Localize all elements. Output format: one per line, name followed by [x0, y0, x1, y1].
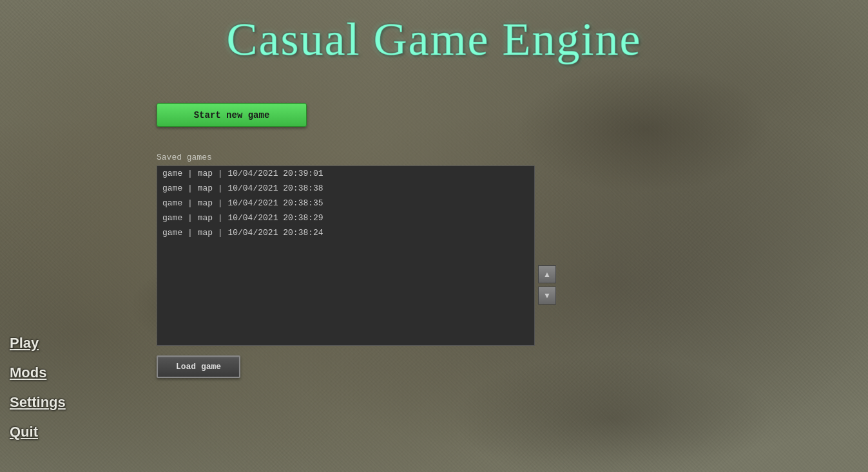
list-item[interactable]: game | map | 10/04/2021 20:39:01: [157, 166, 534, 181]
load-game-button[interactable]: Load game: [157, 355, 240, 378]
saved-games-section: Saved games game | map | 10/04/2021 20:3…: [157, 153, 556, 378]
scroll-up-icon: ▲: [543, 270, 551, 279]
scroll-down-icon: ▼: [543, 291, 551, 300]
saved-games-list[interactable]: game | map | 10/04/2021 20:39:01game | m…: [157, 165, 535, 346]
sidebar-item-mods[interactable]: Mods: [10, 364, 66, 381]
scroll-up-button[interactable]: ▲: [538, 265, 556, 283]
list-item[interactable]: game | map | 10/04/2021 20:38:29: [157, 211, 534, 225]
scrollbar-controls: ▲ ▼: [538, 265, 556, 305]
sidebar-item-quit[interactable]: Quit: [10, 424, 66, 440]
sidebar-item-settings[interactable]: Settings: [10, 394, 66, 411]
list-item[interactable]: game | map | 10/04/2021 20:38:38: [157, 181, 534, 196]
app-title: Casual Game Engine: [0, 13, 868, 66]
sidebar-item-play[interactable]: Play: [10, 335, 66, 352]
saved-games-label: Saved games: [157, 153, 556, 162]
main-content: Start new game Saved games game | map | …: [157, 103, 556, 378]
list-item[interactable]: game | map | 10/04/2021 20:38:24: [157, 225, 534, 240]
list-wrapper: game | map | 10/04/2021 20:39:01game | m…: [157, 165, 556, 346]
sidebar-nav: PlayModsSettingsQuit: [10, 335, 66, 453]
scroll-down-button[interactable]: ▼: [538, 287, 556, 305]
start-new-game-button[interactable]: Start new game: [157, 103, 307, 127]
list-item[interactable]: qame | map | 10/04/2021 20:38:35: [157, 196, 534, 211]
